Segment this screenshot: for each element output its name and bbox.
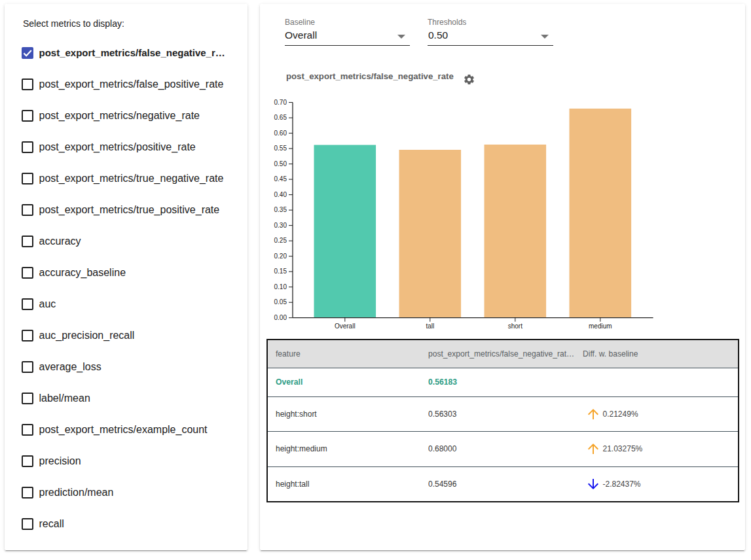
svg-text:0.00: 0.00 — [274, 314, 287, 321]
svg-text:0.15: 0.15 — [274, 268, 287, 275]
svg-text:0.70: 0.70 — [274, 99, 287, 106]
svg-text:0.05: 0.05 — [274, 298, 287, 306]
svg-text:0.55: 0.55 — [274, 145, 287, 152]
svg-text:0.65: 0.65 — [274, 114, 287, 121]
svg-text:medium: medium — [589, 323, 612, 330]
svg-text:0.50: 0.50 — [274, 160, 287, 167]
svg-text:0.30: 0.30 — [274, 222, 287, 229]
svg-text:0.20: 0.20 — [274, 253, 287, 260]
svg-text:0.40: 0.40 — [274, 191, 287, 198]
svg-text:0.35: 0.35 — [274, 206, 287, 213]
svg-text:tall: tall — [426, 323, 434, 330]
svg-text:0.25: 0.25 — [274, 237, 287, 244]
svg-text:0.10: 0.10 — [274, 283, 287, 290]
svg-text:0.60: 0.60 — [274, 130, 287, 137]
svg-text:short: short — [508, 323, 522, 330]
svg-text:0.45: 0.45 — [274, 175, 287, 183]
svg-text:Overall: Overall — [335, 323, 356, 330]
